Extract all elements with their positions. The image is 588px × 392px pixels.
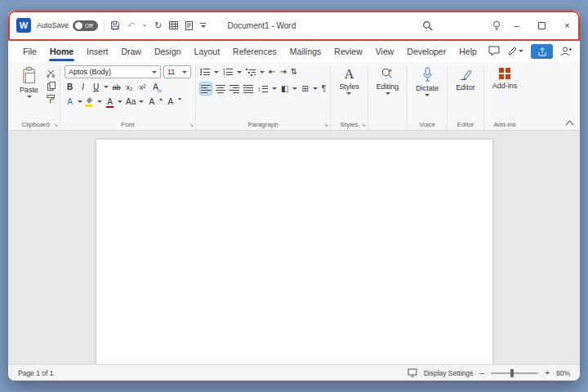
shading-icon[interactable]: ◧ xyxy=(281,85,288,93)
autosave-toggle[interactable]: Off xyxy=(73,20,98,31)
text-effects-button[interactable]: A xyxy=(65,96,75,108)
display-settings-icon[interactable] xyxy=(408,368,417,377)
underline-button[interactable]: U xyxy=(91,81,101,93)
font-color-dropdown-icon[interactable] xyxy=(118,100,122,103)
line-spacing-icon[interactable]: ↕ xyxy=(257,85,268,93)
document-page[interactable] xyxy=(96,139,493,364)
tab-design[interactable]: Design xyxy=(148,40,188,62)
paragraph-group: ⇤ ⇥ ⇅ ↕ ◧ ⊞ ¶ Paragraph xyxy=(196,65,331,130)
undo-dropdown-icon[interactable] xyxy=(142,24,147,27)
document-title: Document1 - Word xyxy=(227,21,296,30)
zoom-slider-thumb[interactable] xyxy=(510,369,514,377)
italic-button[interactable]: I xyxy=(78,81,88,93)
save-icon[interactable] xyxy=(110,20,120,30)
copy-icon[interactable] xyxy=(47,82,56,91)
tab-help[interactable]: Help xyxy=(452,40,483,62)
paste-button[interactable]: Paste xyxy=(16,65,42,104)
align-center-icon[interactable] xyxy=(216,85,225,93)
page-indicator[interactable]: Page 1 of 1 xyxy=(18,369,53,377)
ribbon-tab-bar: File Home Insert Draw Design Layout Refe… xyxy=(8,40,580,62)
increase-indent-icon[interactable]: ⇥ xyxy=(279,68,286,76)
clear-formatting-button[interactable]: A xyxy=(150,81,161,93)
tab-developer[interactable]: Developer xyxy=(400,40,452,62)
underline-dropdown-icon[interactable] xyxy=(104,86,109,88)
bulleted-list-dropdown-icon[interactable] xyxy=(214,71,219,74)
font-dialog-launcher[interactable] xyxy=(189,122,194,128)
numbered-list-icon[interactable] xyxy=(223,69,233,76)
bold-button[interactable]: B xyxy=(65,81,75,93)
change-case-dropdown-icon[interactable] xyxy=(139,100,144,103)
customize-qat-icon[interactable] xyxy=(200,23,206,28)
font-size-select[interactable]: 11 xyxy=(163,65,191,78)
word-app-icon[interactable]: W xyxy=(16,18,31,33)
tab-file[interactable]: File xyxy=(16,40,43,62)
zoom-in-button[interactable]: + xyxy=(545,368,550,377)
editing-mode-selector[interactable] xyxy=(507,47,523,56)
tab-layout[interactable]: Layout xyxy=(188,40,227,62)
grow-font-button[interactable]: A xyxy=(146,96,157,108)
dictate-button[interactable]: Dictate xyxy=(412,65,443,96)
strikethrough-button[interactable]: ab xyxy=(111,81,122,93)
highlight-dropdown-icon[interactable] xyxy=(97,100,102,103)
clipboard-dialog-launcher[interactable] xyxy=(53,122,58,128)
tab-references[interactable]: References xyxy=(226,40,283,62)
cut-icon[interactable] xyxy=(47,69,56,78)
tab-home[interactable]: Home xyxy=(43,40,80,62)
table-icon[interactable] xyxy=(169,21,178,29)
multilevel-list-dropdown-icon[interactable] xyxy=(260,71,265,74)
sort-icon[interactable]: ⇅ xyxy=(291,68,297,76)
justify-icon[interactable] xyxy=(243,85,253,93)
tab-insert[interactable]: Insert xyxy=(80,40,114,62)
share-button[interactable] xyxy=(531,44,553,59)
subscript-button[interactable]: x₂ xyxy=(124,81,135,93)
text-effects-dropdown-icon[interactable] xyxy=(78,100,82,103)
editing-button[interactable]: Editing xyxy=(372,65,403,95)
undo-icon[interactable]: ↶ xyxy=(127,20,135,31)
change-case-button[interactable]: Aa xyxy=(125,96,136,108)
paragraph-dialog-launcher[interactable] xyxy=(323,122,328,128)
multilevel-list-icon[interactable] xyxy=(246,69,256,76)
align-right-icon[interactable] xyxy=(229,85,239,93)
search-icon[interactable] xyxy=(422,20,433,31)
tab-draw[interactable]: Draw xyxy=(114,40,148,62)
display-settings-label[interactable]: Display Settings xyxy=(424,369,474,377)
decrease-indent-icon[interactable]: ⇤ xyxy=(269,68,275,76)
minimize-button[interactable]: – xyxy=(504,11,529,40)
bulleted-list-icon[interactable] xyxy=(200,69,210,76)
line-spacing-dropdown-icon[interactable] xyxy=(272,87,277,90)
zoom-out-button[interactable]: – xyxy=(480,368,485,377)
highlight-color-icon[interactable] xyxy=(85,97,95,107)
tab-review[interactable]: Review xyxy=(327,40,368,62)
numbered-list-dropdown-icon[interactable] xyxy=(237,71,242,74)
close-button[interactable]: × xyxy=(555,11,580,40)
font-color-button[interactable]: A xyxy=(105,96,115,108)
editor-button[interactable]: Editor xyxy=(452,65,479,91)
maximize-button[interactable] xyxy=(529,11,555,40)
addins-label: Add-ins xyxy=(492,82,518,90)
lightbulb-icon[interactable] xyxy=(492,20,501,31)
borders-dropdown-icon[interactable] xyxy=(313,87,318,90)
addins-button[interactable]: Add-ins xyxy=(488,65,522,90)
redo-icon[interactable]: ↻ xyxy=(154,20,162,31)
borders-icon[interactable]: ⊞ xyxy=(301,85,308,93)
styles-dialog-launcher[interactable] xyxy=(361,122,366,128)
zoom-slider[interactable] xyxy=(491,372,538,374)
comments-icon[interactable] xyxy=(488,46,500,56)
collapse-ribbon-icon[interactable] xyxy=(567,120,572,126)
document-icon[interactable] xyxy=(185,21,193,30)
zoom-level[interactable]: 80% xyxy=(556,369,570,377)
styles-button[interactable]: A Styles xyxy=(335,65,363,95)
shading-dropdown-icon[interactable] xyxy=(292,87,297,90)
show-formatting-marks-icon[interactable]: ¶ xyxy=(322,85,326,93)
addins-group-label: Add-ins xyxy=(484,121,526,128)
align-left-button[interactable] xyxy=(200,82,212,95)
superscript-button[interactable]: x² xyxy=(137,81,148,93)
tab-view[interactable]: View xyxy=(369,40,401,62)
format-painter-icon[interactable] xyxy=(47,95,56,104)
person-icon[interactable] xyxy=(560,47,572,56)
editing-dropdown-icon xyxy=(385,92,390,95)
tab-mailings[interactable]: Mailings xyxy=(283,40,328,62)
font-name-select[interactable]: Aptos (Body) xyxy=(65,65,161,78)
paragraph-group-label: Paragraph xyxy=(196,121,330,128)
shrink-font-button[interactable]: A xyxy=(165,96,176,108)
